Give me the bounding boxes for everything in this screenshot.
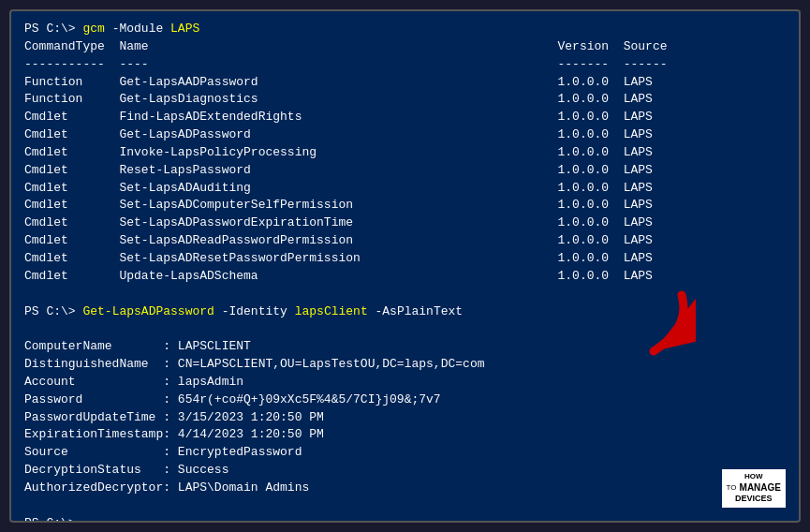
prompt-2: PS C:\>: [24, 304, 82, 318]
version-cell: 1.0.0.0: [368, 75, 624, 89]
name-cell: Get-LapsDiagnostics: [119, 92, 367, 106]
name-cell: Set-LapsADAuditing: [119, 181, 367, 195]
output-row-dn: DistinguishedName : CN=LAPSCLIENT,OU=Lap…: [24, 356, 786, 374]
type-cell: Cmdlet: [24, 233, 119, 247]
key-authdec: AuthorizedDecryptor:: [24, 480, 178, 495]
version-cell: 1.0.0.0: [368, 251, 624, 265]
source-cell: LAPS: [624, 251, 653, 265]
type-cell: Cmdlet: [24, 163, 119, 177]
header-row: CommandType Name Version Source: [24, 38, 786, 56]
table-row: Cmdlet Set-LapsADAuditing 1.0.0.0 LAPS: [24, 180, 786, 198]
name-cell: Set-LapsADReadPasswordPermission: [119, 233, 367, 247]
sep-name: ----: [119, 57, 367, 71]
blank-line-2: [24, 320, 786, 338]
key-exptime: ExpirationTimestamp:: [24, 427, 178, 441]
cmd2-param1: -Identity: [214, 304, 295, 318]
key-computername: ComputerName :: [24, 339, 178, 353]
name-cell: Set-LapsADPasswordExpirationTime: [119, 215, 367, 229]
type-cell: Cmdlet: [24, 269, 119, 283]
source-cell: LAPS: [624, 163, 653, 177]
laps-value: LAPS: [170, 22, 199, 36]
val-dn: CN=LAPSCLIENT,OU=LapsTestOU,DC=laps,DC=c…: [178, 357, 485, 371]
watermark-manage: MANAGE: [740, 481, 781, 494]
name-cell: Set-LapsADComputerSelfPermission: [119, 198, 367, 212]
watermark: HOW TO MANAGE DEVICES: [722, 469, 786, 508]
key-password: Password :: [24, 392, 178, 406]
name-cell: Get-LapsAADPassword: [119, 75, 367, 89]
separator-row: ----------- ---- ------- ------: [24, 56, 786, 74]
version-cell: 1.0.0.0: [368, 181, 624, 195]
table-row: Function Get-LapsAADPassword 1.0.0.0 LAP…: [24, 74, 786, 92]
key-decstatus: DecryptionStatus :: [24, 463, 178, 477]
type-cell: Cmdlet: [24, 145, 119, 159]
col-commandtype-header: CommandType: [24, 39, 119, 53]
table-row: Cmdlet Invoke-LapsPolicyProcessing 1.0.0…: [24, 144, 786, 162]
watermark-devices: DEVICES: [735, 494, 773, 505]
name-cell: Get-LapsADPassword: [119, 127, 367, 141]
table-row: Cmdlet Update-LapsADSchema 1.0.0.0 LAPS: [24, 268, 786, 286]
version-cell: 1.0.0.0: [368, 233, 624, 247]
table-row: Cmdlet Set-LapsADReadPasswordPermission …: [24, 232, 786, 250]
val-exptime: 4/14/2023 1:20:50 PM: [178, 427, 324, 441]
table-row: Cmdlet Get-LapsADPassword 1.0.0.0 LAPS: [24, 126, 786, 144]
cmd2-main: Get-LapsADPassword: [82, 304, 214, 318]
version-cell: 1.0.0.0: [368, 110, 624, 124]
source-cell: LAPS: [624, 127, 653, 141]
table-row: Function Get-LapsDiagnostics 1.0.0.0 LAP…: [24, 91, 786, 109]
table-row: Cmdlet Set-LapsADComputerSelfPermission …: [24, 197, 786, 214]
output-row-putime: PasswordUpdateTime : 3/15/2023 1:20:50 P…: [24, 409, 786, 427]
source-cell: LAPS: [624, 145, 653, 159]
type-cell: Function: [24, 75, 119, 89]
source-cell: LAPS: [624, 110, 653, 124]
name-cell: Set-LapsADResetPasswordPermission: [119, 251, 367, 265]
type-cell: Cmdlet: [24, 215, 119, 229]
command-line-1: PS C:\> gcm -Module LAPS: [24, 21, 786, 38]
name-cell: Update-LapsADSchema: [119, 269, 367, 283]
version-cell: 1.0.0.0: [368, 163, 624, 177]
version-cell: 1.0.0.0: [368, 92, 624, 106]
blank-line-3: [24, 497, 786, 515]
source-cell: LAPS: [624, 233, 653, 247]
source-cell: LAPS: [624, 92, 653, 106]
output-row-password: Password : 654r(+co#Q+}09xXc5F%4&5/7CI}j…: [24, 392, 786, 409]
val-putime: 3/15/2023 1:20:50 PM: [178, 410, 324, 424]
table-row: Cmdlet Find-LapsADExtendedRights 1.0.0.0…: [24, 109, 786, 126]
version-cell: 1.0.0.0: [368, 215, 624, 229]
blank-line-1: [24, 286, 786, 303]
watermark-how: HOW: [744, 472, 763, 481]
version-cell: 1.0.0.0: [368, 127, 624, 141]
watermark-to: TO: [727, 483, 737, 493]
type-cell: Cmdlet: [24, 198, 119, 212]
output-row-account: Account : lapsAdmin: [24, 374, 786, 392]
sep-version: -------: [368, 57, 624, 71]
source-cell: LAPS: [624, 75, 653, 89]
type-cell: Cmdlet: [24, 251, 119, 265]
sep-commandtype: -----------: [24, 57, 119, 71]
module-param: -Module: [105, 22, 170, 36]
source-cell: LAPS: [624, 269, 653, 283]
key-account: Account :: [24, 375, 178, 389]
cmd2-val1: lapsClient: [295, 304, 368, 318]
val-source: EncryptedPassword: [178, 445, 302, 459]
table-row: Cmdlet Set-LapsADResetPasswordPermission…: [24, 250, 786, 268]
type-cell: Cmdlet: [24, 181, 119, 195]
prompt-1: PS C:\>: [24, 22, 82, 36]
name-cell: Invoke-LapsPolicyProcessing: [119, 145, 367, 159]
key-putime: PasswordUpdateTime :: [24, 410, 178, 424]
output-row-source: Source : EncryptedPassword: [24, 444, 786, 462]
version-cell: 1.0.0.0: [368, 198, 624, 212]
source-cell: LAPS: [624, 198, 653, 212]
version-cell: 1.0.0.0: [368, 145, 624, 159]
source-cell: LAPS: [624, 181, 653, 195]
val-computername: LAPSCLIENT: [178, 339, 251, 353]
version-cell: 1.0.0.0: [368, 269, 624, 283]
prompt-3: PS C:\>: [24, 516, 82, 523]
output-row-exptime: ExpirationTimestamp: 4/14/2023 1:20:50 P…: [24, 426, 786, 444]
val-decstatus: Success: [178, 463, 229, 477]
table-row: Cmdlet Set-LapsADPasswordExpirationTime …: [24, 214, 786, 232]
key-dn: DistinguishedName :: [24, 357, 178, 371]
gcm-cmd: gcm: [82, 22, 104, 36]
sep-source: ------: [624, 57, 668, 71]
output-row-computername: ComputerName : LAPSCLIENT: [24, 338, 786, 356]
output-row-decstatus: DecryptionStatus : Success: [24, 462, 786, 480]
